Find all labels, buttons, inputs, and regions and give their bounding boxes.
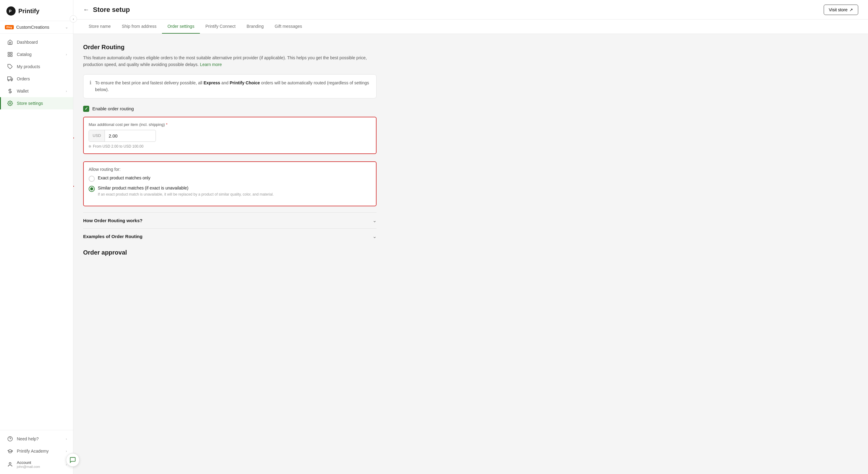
accordion-examples-title: Examples of Order Routing: [83, 234, 143, 239]
tab-branding[interactable]: Branding: [241, 20, 269, 34]
tab-gift-messages[interactable]: Gift messages: [269, 20, 307, 34]
chat-support-button[interactable]: [66, 453, 80, 467]
sidebar-item-printify-academy[interactable]: Printify Academy ›: [0, 445, 73, 457]
chat-icon: [69, 456, 76, 463]
radio-exact-label: Exact product matches only: [98, 176, 150, 180]
accordion-examples[interactable]: Examples of Order Routing ⌄: [83, 228, 376, 244]
radio-exact-button[interactable]: [89, 176, 95, 182]
radio-similar-label: Similar product matches (if exact is una…: [98, 186, 274, 190]
allow-routing-label: Allow routing for:: [89, 167, 371, 172]
logo-area: P Printify: [0, 0, 73, 21]
enable-order-routing-label: Enable order routing: [92, 106, 134, 111]
sidebar-item-my-products-label: My products: [17, 64, 40, 69]
svg-point-15: [9, 463, 11, 464]
svg-rect-4: [8, 55, 9, 57]
enable-order-routing-row[interactable]: Enable order routing: [83, 106, 376, 112]
graduation-icon: [7, 448, 13, 454]
truck-icon: [7, 76, 13, 82]
external-link-icon: ↗: [849, 7, 853, 12]
sidebar-item-wallet-label: Wallet: [17, 89, 28, 94]
main-area: ← Store setup Visit store ↗ Store name S…: [73, 0, 868, 474]
academy-chevron-icon: ›: [66, 449, 67, 453]
dollar-icon: [7, 88, 13, 94]
accordion-examples-chevron-icon: ⌄: [373, 233, 376, 239]
radio-exact-row: Exact product matches only: [89, 176, 371, 182]
order-routing-checkbox[interactable]: [83, 106, 89, 112]
currency-prefix: USD: [89, 130, 105, 141]
accordion-how-works[interactable]: How Order Routing works? ⌄: [83, 212, 376, 228]
store-selector[interactable]: Etsy CustomCreations ⌄: [0, 21, 73, 34]
order-routing-description: This feature automatically routes eligib…: [83, 54, 376, 68]
svg-point-9: [8, 80, 9, 81]
content-inner: Order Routing This feature automatically…: [83, 44, 376, 256]
info-box-text: To ensure the best price and fastest del…: [95, 80, 370, 93]
tab-order-settings[interactable]: Order settings: [162, 20, 200, 34]
allow-routing-box: Allow routing for: Exact product matches…: [83, 161, 376, 206]
info-icon: ℹ: [90, 80, 91, 86]
radio-similar-row: Similar product matches (if exact is una…: [89, 186, 371, 197]
sidebar-item-my-products[interactable]: My products: [0, 61, 73, 73]
tab-printify-connect[interactable]: Printify Connect: [200, 20, 241, 34]
etsy-badge: Etsy: [5, 25, 14, 29]
store-chevron-icon: ⌄: [65, 25, 68, 29]
sidebar-item-catalog-label: Catalog: [17, 52, 31, 57]
max-cost-label: Max additional cost per item (incl. ship…: [89, 122, 371, 127]
grid-icon: [7, 51, 13, 58]
svg-text:P: P: [9, 9, 11, 13]
logo-text: Printify: [18, 8, 39, 15]
sidebar-item-account[interactable]: Account john@mail.com ›: [0, 457, 73, 472]
sidebar-item-printify-academy-label: Printify Academy: [17, 449, 49, 453]
allow-routing-wrapper: Allow routing for: Exact product matches…: [83, 161, 376, 212]
sidebar-item-wallet[interactable]: Wallet ›: [0, 85, 73, 97]
account-label: Account: [17, 460, 62, 465]
wallet-chevron-icon: ›: [66, 89, 67, 93]
sidebar-item-need-help[interactable]: Need help? ›: [0, 433, 73, 445]
red-arrow-1: [73, 132, 77, 143]
visit-store-label: Visit store: [829, 7, 847, 12]
svg-marker-8: [11, 78, 12, 80]
radio-exact-content: Exact product matches only: [98, 176, 150, 180]
sidebar-item-dashboard-label: Dashboard: [17, 40, 38, 44]
sidebar-item-store-settings[interactable]: Store settings: [0, 97, 73, 109]
visit-store-button[interactable]: Visit store ↗: [824, 5, 858, 15]
order-approval-title: Order approval: [83, 244, 376, 256]
store-name: CustomCreations: [16, 25, 63, 30]
svg-rect-2: [8, 52, 9, 54]
sidebar-item-need-help-label: Need help?: [17, 436, 39, 441]
sidebar-collapse-button[interactable]: ‹: [70, 15, 77, 23]
topbar: ← Store setup Visit store ↗: [73, 0, 868, 20]
sidebar-item-catalog[interactable]: Catalog ›: [0, 48, 73, 61]
learn-more-link[interactable]: Learn more: [200, 62, 222, 67]
svg-rect-3: [11, 52, 12, 54]
svg-rect-5: [11, 55, 12, 57]
back-button[interactable]: ←: [83, 6, 89, 13]
radio-similar-button[interactable]: [89, 186, 95, 192]
content-area: Order Routing This feature automatically…: [73, 34, 868, 474]
account-email: john@mail.com: [17, 465, 62, 469]
radio-similar-sublabel: If an exact product match is unavailable…: [98, 192, 274, 197]
tab-store-name[interactable]: Store name: [83, 20, 116, 34]
cost-input-field[interactable]: [105, 130, 148, 141]
accordion-how-works-title: How Order Routing works?: [83, 218, 143, 223]
gear-icon: [7, 100, 13, 106]
svg-point-10: [11, 80, 12, 81]
arrow-1-container: [73, 132, 77, 144]
accordion-how-works-chevron-icon: ⌄: [373, 218, 376, 223]
sidebar-item-orders[interactable]: Orders: [0, 73, 73, 85]
sidebar: P Printify Etsy CustomCreations ⌄ Dashbo…: [0, 0, 73, 474]
topbar-left: ← Store setup: [83, 6, 130, 14]
required-marker: *: [166, 122, 167, 127]
tag-icon: [7, 64, 13, 70]
info-box: ℹ To ensure the best price and fastest d…: [83, 74, 376, 98]
max-cost-wrapper: Max additional cost per item (incl. ship…: [83, 117, 376, 160]
red-arrow-2: [73, 181, 77, 192]
cost-hint: From USD 2.00 to USD 100.00: [89, 144, 371, 149]
hint-dot-icon: [89, 145, 91, 148]
sidebar-item-orders-label: Orders: [17, 76, 30, 81]
sidebar-item-dashboard[interactable]: Dashboard: [0, 36, 73, 48]
person-circle-icon: [7, 462, 13, 468]
catalog-chevron-icon: ›: [66, 53, 67, 56]
max-cost-box: Max additional cost per item (incl. ship…: [83, 117, 376, 154]
sidebar-item-store-settings-label: Store settings: [17, 101, 43, 106]
tab-ship-from[interactable]: Ship from address: [116, 20, 162, 34]
